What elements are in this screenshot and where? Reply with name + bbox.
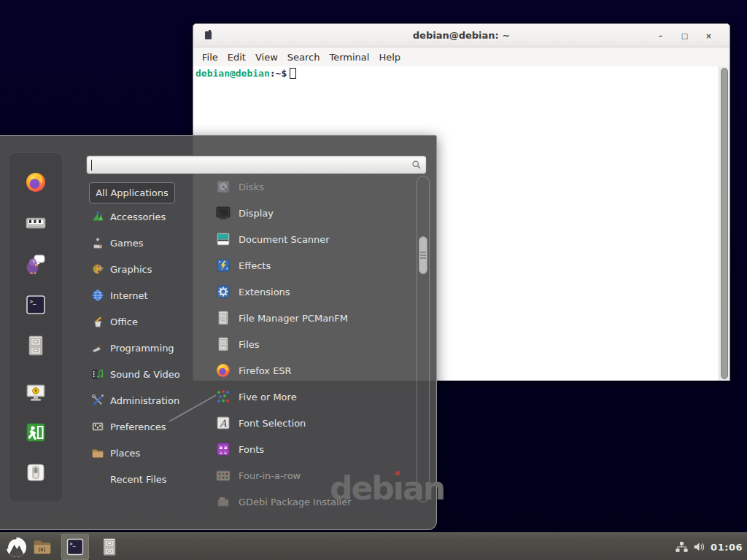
app-list-scrollbar-thumb[interactable]	[419, 236, 427, 274]
app-extensions[interactable]: Extensions	[210, 279, 417, 305]
category-programming[interactable]: Programming	[88, 335, 197, 361]
app-files[interactable]: Files	[210, 331, 417, 357]
svg-text:[D]: [D]	[38, 547, 46, 552]
taskbar-file-manager-button[interactable]: [D]	[31, 535, 54, 559]
category-label: Programming	[110, 343, 174, 354]
internet-icon	[91, 289, 104, 302]
shutdown-icon	[24, 461, 47, 484]
text-caret	[91, 160, 92, 171]
scrollbar-grip	[420, 254, 426, 256]
network-icon[interactable]	[676, 541, 688, 553]
taskbar: [D]>_ 01:06	[0, 532, 747, 560]
menu-item-help[interactable]: Help	[379, 52, 400, 63]
favorite-launchers: >_	[9, 169, 62, 359]
log-out-button[interactable]	[23, 419, 49, 446]
cabinet-icon	[24, 334, 47, 357]
category-label: Office	[110, 316, 138, 327]
firefox-icon	[215, 362, 231, 378]
disks-icon	[215, 179, 231, 195]
app-disks[interactable]: Disks	[210, 174, 417, 200]
svg-text:>_: >_	[70, 541, 76, 547]
category-places[interactable]: Places	[88, 440, 197, 466]
maximize-button[interactable]: □	[680, 32, 689, 40]
terminal-titlebar[interactable]: debian@debian: ~ – □ ×	[193, 24, 729, 47]
app-firefox-esr[interactable]: Firefox ESR	[210, 357, 417, 384]
category-preferences[interactable]: Preferences	[88, 413, 197, 440]
app-display[interactable]: Display	[210, 200, 417, 226]
app-label: Four-in-a-row	[239, 470, 301, 481]
terminal-menubar: FileEditViewSearchTerminalHelp	[193, 47, 729, 66]
taskbar-folder-icon: [D]	[32, 537, 53, 557]
search-input[interactable]	[93, 160, 411, 171]
app-effects[interactable]: Effects	[210, 252, 417, 279]
all-applications-button[interactable]: All Applications	[89, 182, 175, 203]
shut-down-button[interactable]	[23, 459, 49, 486]
favorite-file-manager[interactable]	[23, 332, 49, 359]
favorite-firefox[interactable]	[23, 169, 49, 195]
category-games[interactable]: Games	[88, 230, 197, 256]
administration-icon	[91, 394, 104, 407]
category-recent-files[interactable]: Recent Files	[88, 466, 197, 492]
close-button[interactable]: ×	[704, 32, 713, 40]
favorite-software-keyboard[interactable]	[23, 210, 49, 236]
lockscreen-icon	[24, 381, 47, 404]
app-document-scanner[interactable]: Document Scanner	[210, 226, 417, 252]
svg-text:>_: >_	[30, 298, 37, 305]
menu-circle-icon	[5, 536, 28, 559]
effects-icon	[215, 257, 231, 273]
category-graphics[interactable]: Graphics	[88, 256, 197, 282]
keyboard-icon	[24, 211, 47, 235]
category-accessories[interactable]: Accessories	[88, 203, 197, 230]
favorites-panel: >_	[9, 152, 63, 502]
favorite-pidgin[interactable]	[23, 251, 49, 277]
terminal-icon: >_	[24, 293, 47, 316]
category-office[interactable]: Office	[88, 308, 197, 335]
minimize-button[interactable]: –	[656, 32, 665, 40]
clock[interactable]: 01:06	[711, 542, 743, 553]
menu-item-terminal[interactable]: Terminal	[329, 52, 369, 63]
firefox-icon	[24, 171, 47, 194]
app-label: Effects	[239, 260, 271, 271]
terminal-scrollbar-thumb[interactable]	[721, 68, 728, 379]
app-label: File Manager PCManFM	[239, 313, 348, 324]
four-in-a-row-icon	[215, 467, 231, 483]
category-label: Graphics	[110, 264, 152, 275]
search-icon	[411, 160, 422, 170]
menu-item-search[interactable]: Search	[287, 52, 320, 63]
menu-item-file[interactable]: File	[202, 52, 218, 63]
app-label: Disks	[239, 182, 264, 192]
five-or-more-icon	[215, 389, 231, 405]
app-five-or-more[interactable]: Five or More	[210, 384, 417, 410]
terminal-scrollbar[interactable]	[719, 66, 729, 381]
category-sound-video[interactable]: Sound & Video	[88, 361, 197, 387]
taskbar-file-cabinet-button[interactable]	[98, 535, 121, 559]
desktop: debian@debian: ~ – □ × FileEditViewSearc…	[0, 0, 747, 560]
app-fonts[interactable]: a aa aFonts	[210, 436, 417, 462]
category-administration[interactable]: Administration	[88, 387, 197, 413]
taskbar-terminal-button[interactable]: >_	[61, 534, 89, 560]
app-file-manager-pcmanfm[interactable]: File Manager PCManFM	[210, 305, 417, 331]
cabinet-icon	[215, 336, 231, 352]
search-box[interactable]	[86, 155, 427, 174]
favorite-terminal[interactable]: >_	[23, 292, 49, 318]
app-label: Fonts	[239, 444, 264, 455]
games-icon	[91, 236, 104, 249]
application-menu: debıan >_ All Applications AccessoriesGa…	[0, 135, 437, 530]
taskbar-menu-button[interactable]	[4, 535, 28, 559]
cabinet-icon	[215, 310, 231, 326]
category-internet[interactable]: Internet	[88, 282, 197, 308]
terminal-icon: >_	[65, 537, 85, 557]
volume-icon[interactable]	[693, 541, 705, 553]
application-list: DisksDisplayDocument ScannerEffectsExten…	[210, 174, 417, 515]
menu-item-edit[interactable]: Edit	[228, 52, 246, 63]
programming-icon	[91, 341, 104, 354]
app-font-selection[interactable]: AFont Selection	[210, 410, 417, 436]
category-label: Accessories	[110, 211, 166, 222]
scanner-icon	[215, 231, 231, 247]
app-list-scrollbar[interactable]	[417, 176, 430, 502]
session-buttons	[9, 379, 62, 486]
app-label: Five or More	[239, 392, 297, 402]
lock-screen-button[interactable]	[23, 379, 49, 405]
debian-watermark: debıan	[330, 472, 444, 505]
menu-item-view[interactable]: View	[255, 52, 278, 63]
